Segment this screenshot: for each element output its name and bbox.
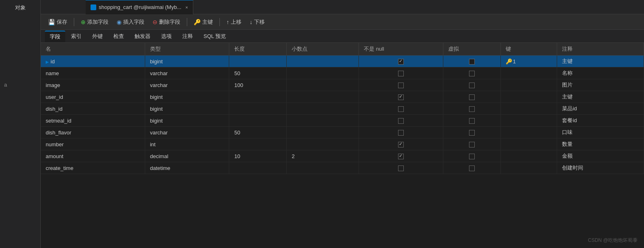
primary-key-icon: 🔑 <box>506 58 512 65</box>
virtual-checkbox[interactable] <box>469 59 475 65</box>
notnull-checkbox[interactable] <box>398 154 404 159</box>
cell-virtual[interactable] <box>443 162 500 174</box>
cell-virtual[interactable] <box>443 67 500 79</box>
cell-comment: 数量 <box>557 139 644 150</box>
notnull-checkbox[interactable] <box>398 83 404 88</box>
table-row[interactable]: numberint数量 <box>41 139 644 150</box>
sub-tab-检查[interactable]: 检查 <box>108 31 129 42</box>
cell-virtual[interactable] <box>443 103 500 115</box>
cell-notnull[interactable] <box>359 115 443 127</box>
table-row[interactable]: amountdecimal102金额 <box>41 150 644 162</box>
add-field-button[interactable]: ⊕ 添加字段 <box>77 17 112 27</box>
move-down-button[interactable]: ↓ 下移 <box>246 17 268 27</box>
cell-virtual[interactable] <box>443 150 500 162</box>
fields-table: 名 类型 长度 小数点 不是 null 虚拟 键 注释 ▶idbigint🔑1主… <box>41 43 644 174</box>
sub-tab-外键[interactable]: 外键 <box>87 31 108 42</box>
cell-key <box>500 91 557 103</box>
cell-notnull[interactable] <box>359 91 443 103</box>
virtual-checkbox[interactable] <box>469 130 475 136</box>
tab-title: shopping_cart @ruijiwaimai (Myb... <box>99 4 181 10</box>
sub-tab-SQL-预览[interactable]: SQL 预览 <box>199 31 231 42</box>
col-header-decimal: 小数点 <box>287 43 359 56</box>
sub-tab-选项[interactable]: 选项 <box>156 31 177 42</box>
sidebar-tab-label[interactable]: 对象 <box>15 4 26 11</box>
active-tab[interactable]: shopping_cart @ruijiwaimai (Myb... × <box>86 0 193 14</box>
notnull-checkbox[interactable] <box>398 94 404 100</box>
cell-key <box>500 139 557 150</box>
cell-virtual[interactable] <box>443 56 500 67</box>
cell-type: bigint <box>145 56 229 67</box>
move-up-button[interactable]: ↑ 上移 <box>223 17 245 27</box>
sub-tab-触发器[interactable]: 触发器 <box>130 31 155 42</box>
virtual-checkbox[interactable] <box>469 71 475 76</box>
cell-notnull[interactable] <box>359 139 443 150</box>
toolbar-separator-1 <box>74 18 74 26</box>
cell-type: datetime <box>145 162 229 174</box>
cell-key: 🔑1 <box>500 56 557 67</box>
cell-virtual[interactable] <box>443 91 500 103</box>
col-header-virtual: 虚拟 <box>443 43 500 56</box>
notnull-checkbox[interactable] <box>398 71 404 76</box>
table-container[interactable]: 名 类型 长度 小数点 不是 null 虚拟 键 注释 ▶idbigint🔑1主… <box>41 43 644 248</box>
virtual-checkbox[interactable] <box>469 83 475 88</box>
table-row[interactable]: dish_idbigint菜品id <box>41 103 644 115</box>
notnull-checkbox[interactable] <box>398 142 404 147</box>
cell-virtual[interactable] <box>443 127 500 139</box>
cell-type: varchar <box>145 127 229 139</box>
table-row[interactable]: imagevarchar100图片 <box>41 79 644 91</box>
delete-field-button[interactable]: ⊖ 删除字段 <box>149 17 184 27</box>
sub-tab-索引[interactable]: 索引 <box>66 31 86 42</box>
cell-notnull[interactable] <box>359 67 443 79</box>
virtual-checkbox[interactable] <box>469 94 475 100</box>
cell-type: varchar <box>145 79 229 91</box>
table-row[interactable]: user_idbigint主键 <box>41 91 644 103</box>
cell-length: 10 <box>229 150 287 162</box>
table-row[interactable]: create_timedatetime创建时间 <box>41 162 644 174</box>
cell-notnull[interactable] <box>359 150 443 162</box>
cell-notnull[interactable] <box>359 103 443 115</box>
virtual-checkbox[interactable] <box>469 165 475 171</box>
cell-notnull[interactable] <box>359 79 443 91</box>
left-sidebar: 对象 <box>0 0 41 248</box>
insert-field-label: 插入字段 <box>123 18 144 26</box>
cell-notnull[interactable] <box>359 162 443 174</box>
cell-notnull[interactable] <box>359 127 443 139</box>
notnull-checkbox[interactable] <box>398 165 404 171</box>
cell-virtual[interactable] <box>443 79 500 91</box>
sub-tab-字段[interactable]: 字段 <box>45 31 65 42</box>
cell-comment: 名称 <box>557 67 644 79</box>
cell-virtual[interactable] <box>443 139 500 150</box>
table-row[interactable]: dish_flavorvarchar50口味 <box>41 127 644 139</box>
cell-length <box>229 56 287 67</box>
sub-tab-注释[interactable]: 注释 <box>177 31 198 42</box>
cell-virtual[interactable] <box>443 115 500 127</box>
cell-key <box>500 67 557 79</box>
add-icon: ⊕ <box>81 19 86 25</box>
add-field-label: 添加字段 <box>87 18 108 26</box>
virtual-checkbox[interactable] <box>469 106 475 112</box>
sidebar-letter: a <box>4 82 7 88</box>
move-up-label: 上移 <box>231 18 241 26</box>
notnull-checkbox[interactable] <box>398 118 404 124</box>
cell-comment: 主键 <box>557 56 644 67</box>
delete-icon: ⊖ <box>153 19 157 25</box>
cell-name: number <box>41 139 145 150</box>
virtual-checkbox[interactable] <box>469 142 475 147</box>
notnull-checkbox[interactable] <box>398 59 404 65</box>
table-row[interactable]: setmeal_idbigint套餐id <box>41 115 644 127</box>
primary-key-button[interactable]: 🔑 主键 <box>190 17 216 27</box>
notnull-checkbox[interactable] <box>398 130 404 136</box>
save-button[interactable]: 💾 保存 <box>45 17 71 27</box>
cell-type: varchar <box>145 67 229 79</box>
cell-notnull[interactable] <box>359 56 443 67</box>
table-row[interactable]: namevarchar50名称 <box>41 67 644 79</box>
col-header-name: 名 <box>41 43 145 56</box>
table-row[interactable]: ▶idbigint🔑1主键 <box>41 56 644 67</box>
tab-close-button[interactable]: × <box>186 5 188 10</box>
virtual-checkbox[interactable] <box>469 154 475 159</box>
tab-bar: shopping_cart @ruijiwaimai (Myb... × <box>41 0 644 14</box>
virtual-checkbox[interactable] <box>469 118 475 124</box>
insert-field-button[interactable]: ◉ 插入字段 <box>113 17 148 27</box>
cell-type: bigint <box>145 103 229 115</box>
notnull-checkbox[interactable] <box>398 106 404 112</box>
